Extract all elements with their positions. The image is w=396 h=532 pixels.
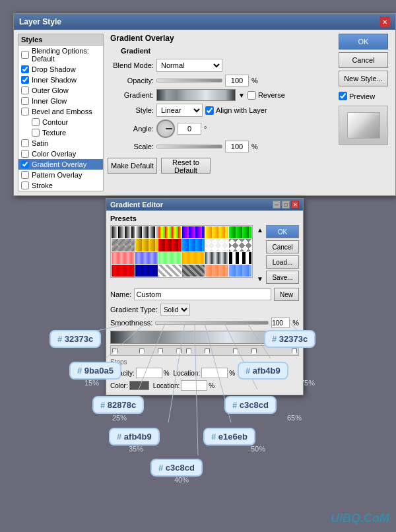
color-overlay-checkbox[interactable] <box>21 150 29 158</box>
scale-label: Scale: <box>108 143 154 150</box>
style-select[interactable]: Linear <box>156 104 203 117</box>
make-default-button[interactable]: Make Default <box>108 158 157 174</box>
reverse-checkbox[interactable] <box>248 91 256 100</box>
drop-shadow-checkbox[interactable] <box>21 65 29 73</box>
bevel-emboss-label: Bevel and Emboss <box>32 108 92 116</box>
ge-minimize-button[interactable]: ─ <box>273 201 280 209</box>
style-item-color-overlay[interactable]: Color Overlay <box>18 149 103 159</box>
preset-item-18[interactable] <box>112 265 135 277</box>
preset-item-17[interactable] <box>229 252 252 264</box>
blend-mode-row: Blend Mode: Normal <box>108 59 335 72</box>
presets-scroll-down[interactable]: ▼ <box>257 275 263 283</box>
align-layer-label[interactable]: Align with Layer <box>205 106 267 115</box>
svg-line-8 <box>195 323 198 455</box>
angle-input[interactable] <box>178 123 201 135</box>
scale-slider[interactable] <box>156 145 222 149</box>
ge-name-row: Name: New <box>110 288 299 301</box>
pct-50: 50% <box>251 445 265 453</box>
ge-cancel-button[interactable]: Cancel <box>266 240 299 253</box>
align-layer-checkbox[interactable] <box>205 106 214 115</box>
ge-save-button[interactable]: Save... <box>266 271 299 284</box>
contour-checkbox[interactable] <box>32 118 40 126</box>
reverse-label[interactable]: Reverse <box>248 91 285 100</box>
callout-32373c-right: # 32373c <box>264 330 315 348</box>
ge-name-input[interactable] <box>134 288 271 300</box>
ge-new-button[interactable]: New <box>274 288 299 301</box>
preset-item-0[interactable] <box>112 226 135 238</box>
preset-item-22[interactable] <box>205 265 228 277</box>
ok-button[interactable]: OK <box>339 34 388 50</box>
ge-maximize-button[interactable]: □ <box>282 201 290 209</box>
ge-ok-button[interactable]: OK <box>266 225 299 238</box>
preset-item-5[interactable] <box>229 226 252 238</box>
preset-item-15[interactable] <box>182 252 205 264</box>
preset-item-16[interactable] <box>205 252 228 264</box>
gradient-preview[interactable] <box>156 89 236 101</box>
pct-40: 40% <box>174 476 189 484</box>
style-item-inner-glow[interactable]: Inner Glow <box>18 96 103 106</box>
preset-item-20[interactable] <box>158 265 182 277</box>
style-item-gradient-overlay[interactable]: Gradient Overlay <box>18 159 103 170</box>
presets-scroll-up[interactable]: ▲ <box>257 226 263 234</box>
preset-item-23[interactable] <box>229 265 252 277</box>
angle-dial[interactable] <box>156 119 175 138</box>
preview-checkbox[interactable] <box>339 92 347 100</box>
opacity-row: Opacity: % <box>108 75 335 86</box>
satin-checkbox[interactable] <box>21 139 29 147</box>
opacity-slider[interactable] <box>156 79 222 83</box>
style-item-inner-shadow[interactable]: Inner Shadow <box>18 75 103 85</box>
preset-item-6[interactable] <box>112 239 135 251</box>
style-item-stroke[interactable]: Stroke <box>18 180 103 191</box>
preset-item-12[interactable] <box>112 252 135 264</box>
gradient-overlay-checkbox[interactable] <box>21 160 29 168</box>
bevel-emboss-checkbox[interactable] <box>21 108 29 116</box>
ge-load-button[interactable]: Load... <box>266 255 299 269</box>
preset-item-21[interactable] <box>182 265 205 277</box>
preview-label-row[interactable]: Preview <box>339 92 391 100</box>
pattern-overlay-checkbox[interactable] <box>21 171 29 179</box>
dialog-titlebar: Layer Style ✕ <box>14 14 395 30</box>
preset-item-3[interactable] <box>182 226 205 238</box>
style-item-drop-shadow[interactable]: Drop Shadow <box>18 64 103 75</box>
preset-item-13[interactable] <box>135 252 158 264</box>
preset-item-4[interactable] <box>205 226 228 238</box>
close-button[interactable]: ✕ <box>380 17 390 27</box>
preset-item-9[interactable] <box>182 239 205 251</box>
ge-title-buttons: ─ □ ✕ <box>273 201 299 209</box>
style-item-contour[interactable]: Contour <box>18 117 103 127</box>
gradient-editor-titlebar: Gradient Editor ─ □ ✕ <box>106 199 303 211</box>
ge-close-button[interactable]: ✕ <box>291 201 299 209</box>
preset-item-7[interactable] <box>135 239 158 251</box>
inner-shadow-checkbox[interactable] <box>21 76 29 84</box>
scale-unit: % <box>251 143 258 150</box>
outer-glow-checkbox[interactable] <box>21 86 29 94</box>
opacity-input[interactable] <box>225 75 249 86</box>
inner-glow-checkbox[interactable] <box>21 97 29 105</box>
preset-item-11[interactable] <box>229 239 252 251</box>
cancel-button[interactable]: Cancel <box>339 52 388 68</box>
style-item-blending[interactable]: Blending Options: Default <box>18 46 103 64</box>
scale-input[interactable] <box>225 141 249 152</box>
gradient-dropdown-icon[interactable]: ▼ <box>238 92 245 99</box>
style-item-texture[interactable]: Texture <box>18 127 103 138</box>
style-item-outer-glow[interactable]: Outer Glow <box>18 85 103 96</box>
stroke-checkbox[interactable] <box>21 182 29 189</box>
texture-checkbox[interactable] <box>32 129 40 137</box>
preset-item-19[interactable] <box>135 265 158 277</box>
preset-item-8[interactable] <box>158 239 182 251</box>
style-label: Style: <box>108 106 154 114</box>
callout-e1e6eb: # e1e6eb <box>203 428 255 446</box>
blending-checkbox[interactable] <box>21 51 29 59</box>
preset-item-2[interactable] <box>158 226 182 238</box>
style-item-pattern-overlay[interactable]: Pattern Overlay <box>18 170 103 180</box>
preset-item-1[interactable] <box>135 226 158 238</box>
preset-item-10[interactable] <box>205 239 228 251</box>
style-item-bevel-emboss[interactable]: Bevel and Emboss <box>18 106 103 117</box>
blend-mode-select[interactable]: Normal <box>156 59 222 72</box>
ge-type-select[interactable]: Solid <box>160 304 190 316</box>
preset-item-14[interactable] <box>158 252 182 264</box>
new-style-button[interactable]: New Style... <box>339 71 388 86</box>
style-item-satin[interactable]: Satin <box>18 138 103 149</box>
reset-default-button[interactable]: Reset to Default <box>161 158 211 174</box>
angle-label: Angle: <box>108 125 154 133</box>
